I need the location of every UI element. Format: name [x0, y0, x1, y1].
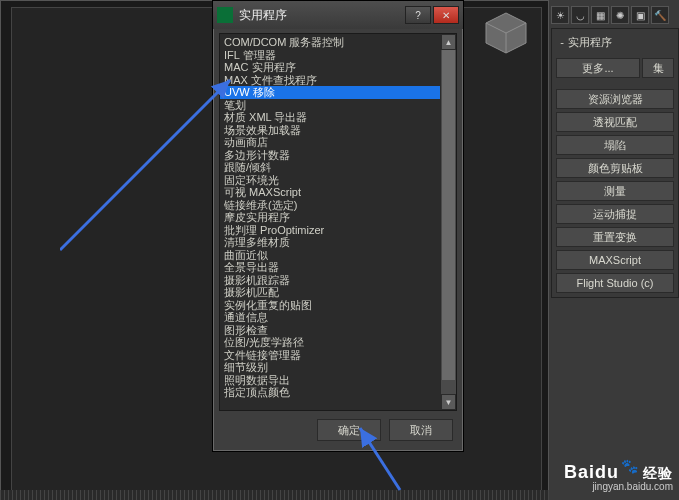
hammer-icon[interactable]: 🔨 — [651, 6, 669, 24]
list-item[interactable]: 清理多维材质 — [220, 236, 456, 249]
list-item[interactable]: 跟随/倾斜 — [220, 161, 456, 174]
utilities-dialog: 实用程序 ? ✕ COM/DCOM 服务器控制IFL 管理器MAC 实用程序MA… — [212, 0, 464, 452]
utilities-listbox[interactable]: COM/DCOM 服务器控制IFL 管理器MAC 实用程序MAX 文件查找程序U… — [219, 33, 457, 411]
list-item[interactable]: MAX 文件查找程序 — [220, 74, 456, 87]
panel-header[interactable]: - 实用程序 — [556, 33, 674, 51]
camera-icon[interactable]: ▣ — [631, 6, 649, 24]
timeline[interactable] — [0, 490, 549, 500]
list-item[interactable]: COM/DCOM 服务器控制 — [220, 36, 456, 49]
arc-icon[interactable]: ◡ — [571, 6, 589, 24]
panel-btn-7[interactable]: MAXScript — [556, 250, 674, 270]
list-item[interactable]: 细节级别 — [220, 361, 456, 374]
scrollbar[interactable]: ▲ ▼ — [440, 34, 456, 410]
panel-btn-5[interactable]: 运动捕捉 — [556, 204, 674, 224]
watermark: Baidu🐾经验 jingyan.baidu.com — [564, 458, 673, 492]
panel-title: 实用程序 — [568, 35, 612, 50]
list-item[interactable]: 批判理 ProOptimizer — [220, 224, 456, 237]
utilities-panel: - 实用程序 更多... 集 资源浏览器 透视匹配 塌陷 颜色剪贴板 测量 运动… — [551, 28, 679, 298]
panel-btn-1[interactable]: 透视匹配 — [556, 112, 674, 132]
watermark-brand: Baidu — [564, 462, 619, 482]
list-item[interactable]: 实例化重复的贴图 — [220, 299, 456, 312]
close-button[interactable]: ✕ — [433, 6, 459, 24]
more-button[interactable]: 更多... — [556, 58, 640, 78]
paw-icon: 🐾 — [621, 458, 639, 474]
list-item[interactable]: 位图/光度学路径 — [220, 336, 456, 349]
top-toolbar: ☀ ◡ ▦ ✺ ▣ 🔨 — [551, 6, 669, 24]
scroll-up-icon[interactable]: ▲ — [441, 34, 456, 50]
collapse-icon[interactable]: - — [556, 36, 568, 48]
list-item[interactable]: 全景导出器 — [220, 261, 456, 274]
panel-btn-3[interactable]: 颜色剪贴板 — [556, 158, 674, 178]
watermark-suffix: 经验 — [643, 465, 673, 481]
list-item[interactable]: 通道信息 — [220, 311, 456, 324]
list-item[interactable]: 摩皮实用程序 — [220, 211, 456, 224]
list-item[interactable]: UVW 移除 — [220, 86, 456, 99]
grid-icon[interactable]: ▦ — [591, 6, 609, 24]
list-item[interactable]: 固定环境光 — [220, 174, 456, 187]
list-item[interactable]: 曲面近似 — [220, 249, 456, 262]
list-item[interactable]: 材质 XML 导出器 — [220, 111, 456, 124]
list-item[interactable]: 摄影机匹配 — [220, 286, 456, 299]
panel-btn-8[interactable]: Flight Studio (c) — [556, 273, 674, 293]
list-item[interactable]: 照明数据导出 — [220, 374, 456, 387]
panel-btn-4[interactable]: 测量 — [556, 181, 674, 201]
list-item[interactable]: 摄影机跟踪器 — [220, 274, 456, 287]
list-item[interactable]: 多边形计数器 — [220, 149, 456, 162]
scroll-down-icon[interactable]: ▼ — [441, 394, 456, 410]
ok-button[interactable]: 确定 — [317, 419, 381, 441]
app-icon — [217, 7, 233, 23]
list-item[interactable]: 指定顶点颜色 — [220, 386, 456, 399]
list-item[interactable]: 图形检查 — [220, 324, 456, 337]
dialog-titlebar[interactable]: 实用程序 ? ✕ — [213, 1, 463, 29]
panel-btn-0[interactable]: 资源浏览器 — [556, 89, 674, 109]
panel-btn-6[interactable]: 重置变换 — [556, 227, 674, 247]
help-button[interactable]: ? — [405, 6, 431, 24]
sun-icon[interactable]: ☀ — [551, 6, 569, 24]
list-item[interactable]: IFL 管理器 — [220, 49, 456, 62]
list-item[interactable]: 动画商店 — [220, 136, 456, 149]
list-item[interactable]: 笔划 — [220, 99, 456, 112]
scroll-thumb[interactable] — [442, 50, 455, 380]
list-item[interactable]: 文件链接管理器 — [220, 349, 456, 362]
list-item[interactable]: MAC 实用程序 — [220, 61, 456, 74]
viewcube[interactable] — [482, 9, 530, 57]
cancel-button[interactable]: 取消 — [389, 419, 453, 441]
dialog-title: 实用程序 — [239, 7, 405, 24]
set-button[interactable]: 集 — [642, 58, 674, 78]
list-item[interactable]: 场景效果加载器 — [220, 124, 456, 137]
list-item[interactable]: 可视 MAXScript — [220, 186, 456, 199]
panel-btn-2[interactable]: 塌陷 — [556, 135, 674, 155]
globe-icon[interactable]: ✺ — [611, 6, 629, 24]
list-item[interactable]: 链接维承(选定) — [220, 199, 456, 212]
